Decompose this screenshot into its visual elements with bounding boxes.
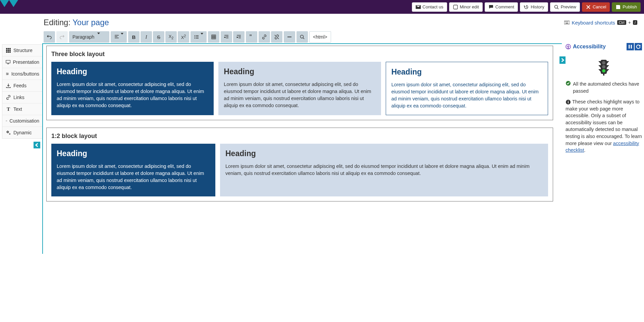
bullet-list-icon <box>194 34 199 40</box>
sidebar-item-dynamic[interactable]: Dynamic <box>2 127 43 138</box>
align-left-icon <box>114 34 119 40</box>
indent-icon <box>236 34 241 40</box>
unlink-button[interactable] <box>271 31 282 43</box>
app-logo <box>0 0 18 14</box>
code-icon <box>6 118 7 124</box>
checks-passed-message: All the automated checks have passed <box>566 81 642 94</box>
paragraph-select-label: Paragraph <box>72 34 94 40</box>
accessibility-info: These checks highlight ways to make your… <box>566 98 642 154</box>
card-text: Lorem ipsum dolor sit amet, consectetur … <box>57 163 210 191</box>
preview-button[interactable]: Preview <box>550 2 580 12</box>
bold-button[interactable]: B <box>128 31 140 43</box>
accessibility-collapse-button[interactable] <box>559 56 566 64</box>
chevron-down-icon <box>96 34 100 40</box>
shortcuts-link[interactable]: Keyboard shortcuts <box>572 20 615 26</box>
card-heading: Heading <box>225 149 543 158</box>
sidebar-item-label: Text <box>13 106 22 112</box>
comment-button[interactable]: Comment <box>485 2 518 12</box>
italic-icon: I <box>144 34 149 40</box>
link-button[interactable] <box>259 31 270 43</box>
paragraph-style-select[interactable]: Paragraph <box>69 31 109 43</box>
svg-rect-35 <box>629 45 630 48</box>
search-icon <box>554 4 559 10</box>
cancel-button[interactable]: Cancel <box>582 2 610 12</box>
find-button[interactable] <box>297 31 308 43</box>
blockquote-button[interactable]: ” <box>246 31 257 43</box>
svg-point-28 <box>6 73 7 74</box>
layout-12-block[interactable]: 1:2 block layout Heading Lorem ipsum dol… <box>46 128 553 201</box>
indent-button[interactable] <box>233 31 245 43</box>
publish-button[interactable]: Publish <box>612 2 641 12</box>
sidebar-item-customisation[interactable]: Customisation <box>2 115 43 127</box>
svg-rect-7 <box>567 21 568 22</box>
svg-point-40 <box>602 69 605 73</box>
svg-point-10 <box>195 35 195 36</box>
outdent-button[interactable] <box>221 31 232 43</box>
publish-label: Publish <box>623 4 637 9</box>
svg-point-11 <box>195 37 195 37</box>
page-title-link[interactable]: Your page <box>72 18 109 27</box>
top-actions: Contact us Minor edit Comment History Pr… <box>412 2 641 12</box>
link-icon <box>6 95 11 100</box>
keyboard-icon <box>564 20 570 25</box>
content-card[interactable]: Heading Lorem ipsum dolor sit amet, cons… <box>218 62 381 115</box>
svg-rect-24 <box>6 51 7 53</box>
sidebar-item-feeds[interactable]: Feeds <box>2 80 43 92</box>
table-button[interactable] <box>208 31 219 43</box>
html-source-button[interactable]: <html> <box>309 31 331 43</box>
contact-us-label: Contact us <box>423 4 443 9</box>
card-text: Lorem ipsum dolor sit amet, consectetur … <box>57 81 208 109</box>
italic-button[interactable]: I <box>141 31 152 43</box>
content-card[interactable]: Heading Lorem ipsum dolor sit amet, cons… <box>386 62 548 115</box>
chevron-right-icon <box>560 57 565 63</box>
svg-point-16 <box>301 35 304 38</box>
layout-three-block[interactable]: Three block layout Heading Lorem ipsum d… <box>46 46 553 120</box>
redo-button[interactable] <box>56 31 68 43</box>
undo-icon <box>47 34 52 40</box>
strike-button[interactable]: S <box>153 31 164 43</box>
sidebar-item-icons-buttons[interactable]: Icons/buttons <box>2 68 43 80</box>
contact-us-button[interactable]: Contact us <box>412 2 447 12</box>
svg-point-2 <box>554 5 557 8</box>
sliders-icon <box>6 71 9 77</box>
accessibility-refresh-button[interactable] <box>635 43 642 50</box>
sidebar-collapse-button[interactable] <box>34 142 40 148</box>
svg-point-30 <box>7 75 7 75</box>
content-card[interactable]: Heading Lorem ipsum dolor sit amet, cons… <box>220 144 548 196</box>
svg-rect-41 <box>603 74 604 76</box>
minor-edit-button[interactable]: Minor edit <box>449 2 483 12</box>
table-icon <box>211 34 216 40</box>
sidebar-item-links[interactable]: Links <box>2 92 43 103</box>
superscript-button[interactable]: X2 <box>178 31 189 43</box>
hr-button[interactable] <box>284 31 295 43</box>
svg-rect-1 <box>453 5 458 9</box>
content-card[interactable]: Heading Lorem ipsum dolor sit amet, cons… <box>51 144 215 196</box>
svg-point-12 <box>195 38 195 39</box>
list-select[interactable] <box>191 31 207 43</box>
one-two-columns: Heading Lorem ipsum dolor sit amet, cons… <box>51 144 548 196</box>
accessibility-pause-button[interactable] <box>627 43 634 50</box>
accessibility-period: . <box>584 147 586 153</box>
subscript-button[interactable]: X2 <box>165 31 177 43</box>
card-heading: Heading <box>57 149 210 158</box>
svg-rect-9 <box>566 23 568 24</box>
editing-prefix: Editing: <box>44 18 72 27</box>
align-select[interactable] <box>111 31 127 43</box>
card-heading: Heading <box>57 67 208 76</box>
shortcut-key-ctrl: Ctrl <box>617 20 626 25</box>
sidebar-item-presentation[interactable]: Presentation <box>2 56 43 68</box>
editor-scroll[interactable]: Three block layout Heading Lorem ipsum d… <box>46 46 562 254</box>
minus-icon <box>287 34 292 40</box>
sidebar-item-structure[interactable]: Structure <box>2 45 43 56</box>
history-label: History <box>531 4 544 9</box>
history-button[interactable]: History <box>520 2 548 12</box>
undo-button[interactable] <box>44 31 55 43</box>
accessibility-icon <box>566 44 571 49</box>
sidebar-item-text[interactable]: TText <box>2 103 43 115</box>
traffic-light-icon <box>596 59 611 76</box>
svg-rect-26 <box>9 51 11 53</box>
content-card[interactable]: Heading Lorem ipsum dolor sit amet, cons… <box>51 62 214 115</box>
bold-icon: B <box>131 34 137 40</box>
accessibility-panel: Accessibility All the automated checks h… <box>566 43 642 154</box>
svg-rect-20 <box>9 48 11 49</box>
